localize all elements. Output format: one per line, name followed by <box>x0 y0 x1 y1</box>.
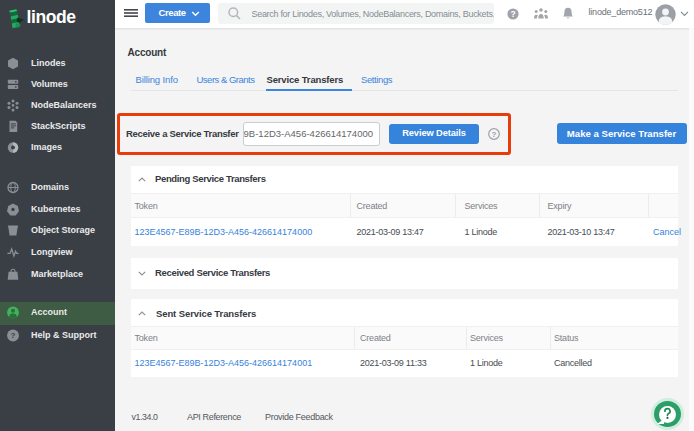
svg-text:?: ? <box>11 331 16 340</box>
svg-text:?: ? <box>491 130 496 139</box>
svg-text:?: ? <box>510 9 515 19</box>
